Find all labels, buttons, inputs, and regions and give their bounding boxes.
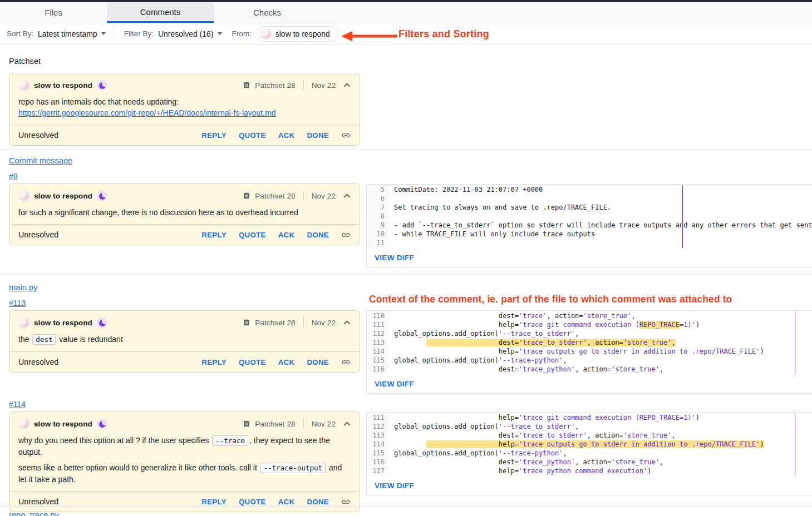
collapse-thread-icon[interactable]: [343, 320, 351, 325]
divider: [303, 191, 304, 201]
reply-button[interactable]: REPLY: [201, 131, 227, 140]
file-link-commit-message[interactable]: Commit message: [9, 156, 72, 165]
tab-bar: Files Comments Checks: [0, 2, 812, 23]
ack-button[interactable]: ACK: [278, 358, 295, 366]
comment-anchor-8[interactable]: #8: [9, 172, 18, 181]
copy-link-icon[interactable]: [341, 358, 351, 367]
resolved-status: Unresolved: [18, 497, 58, 506]
avatar: [18, 418, 29, 429]
comment-date: Nov 22: [312, 319, 336, 327]
section-divider: [0, 506, 812, 507]
collapse-thread-icon[interactable]: [343, 194, 351, 198]
patchset-label: Patchset 28: [255, 81, 295, 90]
code-lines: 111 help='trace git command execution (R…: [367, 413, 812, 476]
filter-by-dropdown[interactable]: Unresolved (16): [158, 29, 222, 38]
patchset-label: Patchset 28: [255, 192, 295, 200]
ack-button[interactable]: ACK: [278, 131, 295, 140]
margin-line: [682, 185, 683, 248]
reply-button[interactable]: REPLY: [201, 231, 227, 239]
ack-button[interactable]: ACK: [278, 498, 295, 506]
sort-by-value: Latest timestamp: [38, 29, 97, 38]
margin-line: [795, 311, 795, 374]
comment-text: for such a significant change, there is …: [18, 207, 351, 218]
comment-text: why do you need this option at all ? if …: [18, 435, 351, 458]
copy-link-icon[interactable]: [341, 497, 351, 507]
comment-thread-patchset: slow to respond Patchset 28 Nov 22 repo …: [9, 73, 360, 146]
resolved-status: Unresolved: [18, 358, 58, 366]
margin-line: [795, 413, 795, 476]
from-user-chip[interactable]: slow to respond: [257, 26, 338, 42]
code-lines: 5CommitDate: 2022-11-03 21:07:07 +000067…: [367, 185, 812, 248]
delete-comment-button[interactable]: [243, 191, 250, 200]
section-divider: [0, 149, 812, 150]
tab-files[interactable]: Files: [0, 2, 107, 23]
delete-comment-button[interactable]: [243, 419, 250, 428]
resolved-status: Unresolved: [18, 131, 58, 140]
chevron-down-icon: [101, 32, 106, 35]
divider: [303, 80, 304, 90]
tab-checks[interactable]: Checks: [214, 2, 321, 23]
view-diff-button[interactable]: VIEW DIFF: [375, 254, 414, 262]
resolved-status: Unresolved: [18, 230, 58, 239]
divider: [303, 317, 304, 328]
copy-link-icon[interactable]: [341, 131, 351, 140]
patchset-label: Patchset 28: [255, 319, 295, 327]
comment-author: slow to respond: [34, 420, 92, 428]
avatar: [18, 317, 29, 328]
comment-author: slow to respond: [34, 192, 92, 200]
code-context-commit-message: 5CommitDate: 2022-11-03 21:07:07 +000067…: [366, 184, 812, 267]
away-status-icon: [97, 419, 107, 429]
section-heading-patchset: Patchset: [9, 57, 41, 66]
ack-button[interactable]: ACK: [278, 231, 295, 239]
quote-button[interactable]: QUOTE: [239, 498, 266, 506]
collapse-thread-icon[interactable]: [343, 421, 351, 426]
patchset-label: Patchset 28: [255, 420, 295, 428]
comment-date: Nov 22: [312, 192, 336, 200]
quote-button[interactable]: QUOTE: [239, 231, 266, 239]
comment-thread-114: slow to respond Patchset 28 Nov 22 why d…: [9, 411, 360, 512]
filter-by-value: Unresolved (16): [158, 29, 214, 38]
away-status-icon: [97, 80, 107, 91]
filter-by-label: Filter By:: [124, 29, 154, 38]
done-button[interactable]: DONE: [307, 358, 329, 366]
comment-anchor-113[interactable]: #113: [9, 299, 26, 307]
file-link-repo-trace-py[interactable]: repo_trace.py: [9, 510, 59, 516]
quote-button[interactable]: QUOTE: [239, 358, 266, 366]
avatar: [18, 190, 29, 201]
reply-button[interactable]: REPLY: [201, 498, 227, 506]
file-link-main-py[interactable]: main.py: [9, 283, 37, 292]
inline-code: --trace: [212, 435, 248, 446]
done-button[interactable]: DONE: [307, 498, 329, 506]
from-user-name: slow to respond: [275, 29, 330, 38]
comment-text: repo has an internals doc that needs upd…: [18, 96, 351, 107]
away-status-icon: [97, 191, 107, 201]
comment-text: seems like a better option would to gene…: [18, 462, 351, 485]
avatar: [260, 28, 272, 39]
comment-date: Nov 22: [312, 420, 336, 428]
done-button[interactable]: DONE: [307, 231, 329, 239]
annotation-arrow-icon: [336, 28, 398, 43]
sort-by-dropdown[interactable]: Latest timestamp: [38, 29, 106, 38]
avatar: [18, 80, 29, 91]
collapse-thread-icon[interactable]: [343, 83, 351, 87]
delete-comment-button[interactable]: [243, 318, 250, 327]
comment-link[interactable]: https://gerrit.googlesource.com/git-repo…: [18, 108, 276, 117]
comment-anchor-114[interactable]: #114: [9, 400, 26, 409]
quote-button[interactable]: QUOTE: [239, 131, 266, 140]
code-context-113: 110 dest='trace', action='store_true',11…: [366, 310, 812, 394]
comment-text: the dest value is redundant: [18, 334, 351, 345]
view-diff-button[interactable]: VIEW DIFF: [375, 482, 414, 490]
tab-comments[interactable]: Comments: [107, 2, 214, 23]
code-lines: 110 dest='trace', action='store_true',11…: [367, 311, 812, 374]
copy-link-icon[interactable]: [341, 230, 351, 240]
sort-by-label: Sort By:: [7, 29, 33, 38]
inline-code: dest: [32, 334, 56, 345]
annotation-comment-context: Context of the comment, ie. part of the …: [369, 294, 732, 305]
delete-comment-button[interactable]: [243, 81, 250, 90]
section-divider: [0, 274, 812, 274]
view-diff-button[interactable]: VIEW DIFF: [375, 380, 414, 388]
comment-author: slow to respond: [34, 319, 92, 327]
reply-button[interactable]: REPLY: [201, 358, 227, 366]
comment-thread-113: slow to respond Patchset 28 Nov 22 the d…: [9, 310, 360, 373]
done-button[interactable]: DONE: [307, 131, 329, 140]
